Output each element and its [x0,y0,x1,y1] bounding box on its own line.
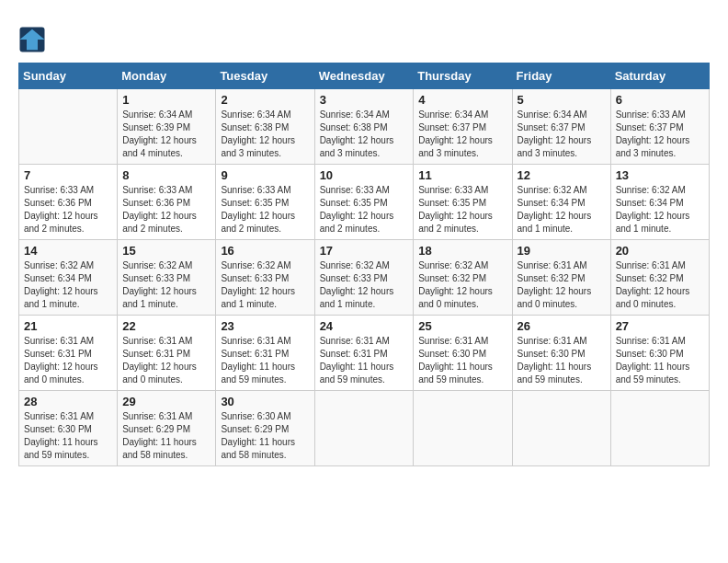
day-number: 11 [418,168,506,182]
day-cell: 16Sunrise: 6:32 AM Sunset: 6:33 PM Dayli… [216,240,314,316]
day-cell: 26Sunrise: 6:31 AM Sunset: 6:30 PM Dayli… [512,316,610,391]
day-cell: 9Sunrise: 6:33 AM Sunset: 6:35 PM Daylig… [216,165,314,240]
day-number: 20 [616,244,704,258]
day-number: 12 [518,168,606,182]
day-number: 9 [221,168,309,182]
day-number: 28 [24,395,112,408]
day-info: Sunrise: 6:30 AM Sunset: 6:29 PM Dayligh… [221,410,309,462]
day-number: 5 [518,93,606,107]
day-cell: 21Sunrise: 6:31 AM Sunset: 6:31 PM Dayli… [19,316,118,391]
day-cell: 2Sunrise: 6:34 AM Sunset: 6:38 PM Daylig… [216,89,314,165]
day-info: Sunrise: 6:33 AM Sunset: 6:35 PM Dayligh… [418,184,506,236]
day-number: 30 [221,395,309,408]
day-number: 3 [320,93,409,107]
day-cell: 24Sunrise: 6:31 AM Sunset: 6:31 PM Dayli… [314,316,414,391]
header-cell-friday: Friday [512,63,610,89]
day-cell [610,391,709,466]
day-cell: 17Sunrise: 6:32 AM Sunset: 6:33 PM Dayli… [314,240,414,316]
logo [18,26,50,53]
day-cell: 22Sunrise: 6:31 AM Sunset: 6:31 PM Dayli… [118,316,216,391]
day-cell: 3Sunrise: 6:34 AM Sunset: 6:38 PM Daylig… [314,89,414,165]
day-info: Sunrise: 6:32 AM Sunset: 6:33 PM Dayligh… [122,259,210,311]
header-cell-monday: Monday [118,63,216,89]
day-cell: 5Sunrise: 6:34 AM Sunset: 6:37 PM Daylig… [512,89,610,165]
page-header [18,18,710,53]
header-cell-saturday: Saturday [610,63,709,89]
header-cell-sunday: Sunday [19,63,118,89]
day-cell: 29Sunrise: 6:31 AM Sunset: 6:29 PM Dayli… [118,391,216,466]
day-cell: 10Sunrise: 6:33 AM Sunset: 6:35 PM Dayli… [314,165,414,240]
day-cell: 20Sunrise: 6:31 AM Sunset: 6:32 PM Dayli… [610,240,709,316]
day-cell: 13Sunrise: 6:32 AM Sunset: 6:34 PM Dayli… [610,165,709,240]
day-info: Sunrise: 6:32 AM Sunset: 6:33 PM Dayligh… [320,259,409,311]
day-cell: 11Sunrise: 6:33 AM Sunset: 6:35 PM Dayli… [414,165,512,240]
week-row-3: 21Sunrise: 6:31 AM Sunset: 6:31 PM Dayli… [19,316,710,391]
day-cell: 27Sunrise: 6:31 AM Sunset: 6:30 PM Dayli… [610,316,709,391]
day-info: Sunrise: 6:33 AM Sunset: 6:36 PM Dayligh… [122,184,210,236]
day-info: Sunrise: 6:31 AM Sunset: 6:31 PM Dayligh… [122,335,210,386]
day-number: 17 [320,244,409,258]
day-number: 18 [418,244,506,258]
day-info: Sunrise: 6:32 AM Sunset: 6:34 PM Dayligh… [518,184,606,236]
day-info: Sunrise: 6:31 AM Sunset: 6:30 PM Dayligh… [616,335,704,386]
day-info: Sunrise: 6:34 AM Sunset: 6:39 PM Dayligh… [122,109,210,160]
day-number: 6 [616,93,704,107]
day-info: Sunrise: 6:34 AM Sunset: 6:37 PM Dayligh… [518,109,606,160]
day-cell [414,391,512,466]
day-cell: 12Sunrise: 6:32 AM Sunset: 6:34 PM Dayli… [512,165,610,240]
day-info: Sunrise: 6:32 AM Sunset: 6:34 PM Dayligh… [24,259,112,311]
day-cell [19,89,118,165]
day-number: 21 [24,319,112,333]
week-row-4: 28Sunrise: 6:31 AM Sunset: 6:30 PM Dayli… [19,391,710,466]
day-info: Sunrise: 6:34 AM Sunset: 6:38 PM Dayligh… [221,109,309,160]
week-row-1: 7Sunrise: 6:33 AM Sunset: 6:36 PM Daylig… [19,165,710,240]
day-cell: 14Sunrise: 6:32 AM Sunset: 6:34 PM Dayli… [19,240,118,316]
day-info: Sunrise: 6:31 AM Sunset: 6:31 PM Dayligh… [221,335,309,386]
day-number: 27 [616,319,704,333]
day-info: Sunrise: 6:32 AM Sunset: 6:34 PM Dayligh… [616,184,704,236]
logo-icon [18,26,46,53]
day-number: 2 [221,93,309,107]
day-number: 26 [518,319,606,333]
day-cell: 30Sunrise: 6:30 AM Sunset: 6:29 PM Dayli… [216,391,314,466]
header-cell-wednesday: Wednesday [314,63,414,89]
day-number: 13 [616,168,704,182]
day-cell: 7Sunrise: 6:33 AM Sunset: 6:36 PM Daylig… [19,165,118,240]
day-number: 1 [122,93,210,107]
day-info: Sunrise: 6:31 AM Sunset: 6:32 PM Dayligh… [616,259,704,311]
day-number: 22 [122,319,210,333]
day-cell: 8Sunrise: 6:33 AM Sunset: 6:36 PM Daylig… [118,165,216,240]
day-info: Sunrise: 6:31 AM Sunset: 6:30 PM Dayligh… [418,335,506,386]
day-cell: 4Sunrise: 6:34 AM Sunset: 6:37 PM Daylig… [414,89,512,165]
day-info: Sunrise: 6:31 AM Sunset: 6:31 PM Dayligh… [320,335,409,386]
day-number: 15 [122,244,210,258]
day-info: Sunrise: 6:33 AM Sunset: 6:36 PM Dayligh… [24,184,112,236]
day-info: Sunrise: 6:34 AM Sunset: 6:38 PM Dayligh… [320,109,409,160]
day-cell: 23Sunrise: 6:31 AM Sunset: 6:31 PM Dayli… [216,316,314,391]
day-cell: 1Sunrise: 6:34 AM Sunset: 6:39 PM Daylig… [118,89,216,165]
calendar-table: SundayMondayTuesdayWednesdayThursdayFrid… [18,63,710,466]
day-cell: 19Sunrise: 6:31 AM Sunset: 6:32 PM Dayli… [512,240,610,316]
day-number: 10 [320,168,409,182]
day-info: Sunrise: 6:31 AM Sunset: 6:31 PM Dayligh… [24,335,112,386]
day-info: Sunrise: 6:31 AM Sunset: 6:32 PM Dayligh… [518,259,606,311]
day-cell [512,391,610,466]
day-number: 25 [418,319,506,333]
day-cell [314,391,414,466]
day-info: Sunrise: 6:33 AM Sunset: 6:35 PM Dayligh… [221,184,309,236]
calendar-body: 1Sunrise: 6:34 AM Sunset: 6:39 PM Daylig… [19,89,710,466]
day-number: 24 [320,319,409,333]
calendar-header-row: SundayMondayTuesdayWednesdayThursdayFrid… [19,63,710,89]
day-number: 19 [518,244,606,258]
day-number: 8 [122,168,210,182]
day-info: Sunrise: 6:33 AM Sunset: 6:37 PM Dayligh… [616,109,704,160]
day-info: Sunrise: 6:32 AM Sunset: 6:33 PM Dayligh… [221,259,309,311]
day-info: Sunrise: 6:32 AM Sunset: 6:32 PM Dayligh… [418,259,506,311]
day-cell: 6Sunrise: 6:33 AM Sunset: 6:37 PM Daylig… [610,89,709,165]
day-cell: 15Sunrise: 6:32 AM Sunset: 6:33 PM Dayli… [118,240,216,316]
day-cell: 18Sunrise: 6:32 AM Sunset: 6:32 PM Dayli… [414,240,512,316]
header-cell-tuesday: Tuesday [216,63,314,89]
day-number: 4 [418,93,506,107]
day-number: 29 [122,395,210,408]
header-cell-thursday: Thursday [414,63,512,89]
